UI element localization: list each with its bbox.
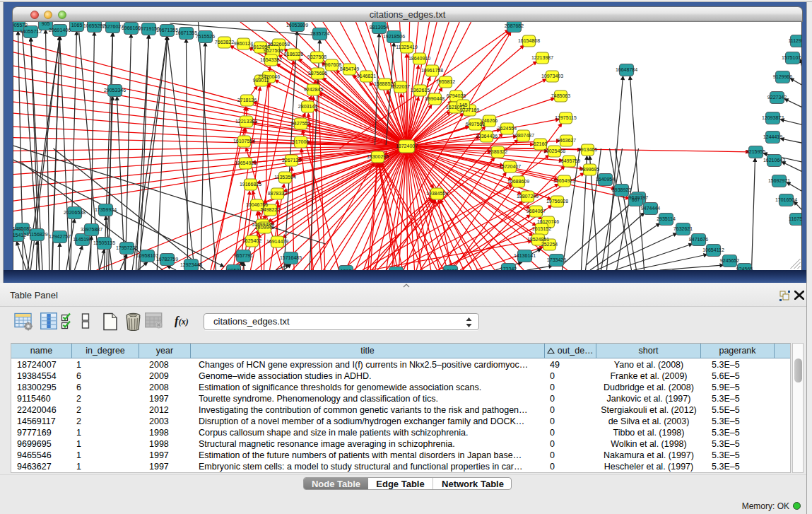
svg-text:19654923: 19654923 xyxy=(553,178,575,183)
svg-text:1292: 1292 xyxy=(341,269,352,270)
svg-text:16671355: 16671355 xyxy=(175,30,197,35)
svg-text:18640910: 18640910 xyxy=(408,56,430,61)
svg-text:12923448: 12923448 xyxy=(180,262,202,267)
svg-text:3267130: 3267130 xyxy=(282,158,301,163)
svg-text:9227342: 9227342 xyxy=(767,95,787,100)
svg-text:16914479: 16914479 xyxy=(266,239,288,244)
svg-text:8938923: 8938923 xyxy=(612,187,631,192)
svg-text:1615152: 1615152 xyxy=(532,226,551,231)
svg-text:1640954: 1640954 xyxy=(596,177,615,182)
svg-text:10961758: 10961758 xyxy=(421,68,443,73)
svg-text:1244419: 1244419 xyxy=(763,134,782,139)
svg-text:19756928: 19756928 xyxy=(546,199,568,204)
svg-text:10688609: 10688609 xyxy=(507,179,529,184)
svg-text:924565: 924565 xyxy=(736,267,753,270)
svg-text:1485081: 1485081 xyxy=(13,226,32,231)
svg-text:5498222: 5498222 xyxy=(261,207,280,212)
svg-text:917006: 917006 xyxy=(293,139,309,144)
svg-text:8427552: 8427552 xyxy=(291,121,310,126)
svg-text:989012: 989012 xyxy=(253,78,269,83)
svg-text:9913465: 9913465 xyxy=(578,147,597,152)
svg-text:62160: 62160 xyxy=(534,141,548,146)
svg-text:109581: 109581 xyxy=(225,268,242,270)
svg-text:12923: 12923 xyxy=(444,269,458,270)
svg-text:7663822: 7663822 xyxy=(215,40,234,45)
svg-text:16495759: 16495759 xyxy=(558,158,580,163)
svg-text:7625402: 7625402 xyxy=(242,238,261,243)
svg-text:9463627: 9463627 xyxy=(557,138,576,143)
svg-text:7835724: 7835724 xyxy=(310,31,329,36)
svg-text:16107554: 16107554 xyxy=(233,139,255,144)
svg-text:15692971: 15692971 xyxy=(768,178,790,183)
svg-text:15276027: 15276027 xyxy=(102,24,124,29)
svg-text:8471676: 8471676 xyxy=(689,237,708,242)
svg-text:252254: 252254 xyxy=(541,242,558,247)
svg-text:2409948: 2409948 xyxy=(255,225,274,230)
svg-text:2803144: 2803144 xyxy=(298,104,317,109)
svg-text:16543382: 16543382 xyxy=(260,57,282,62)
svg-text:18524851: 18524851 xyxy=(527,237,549,242)
svg-text:15716485: 15716485 xyxy=(280,255,302,260)
svg-text:18724007: 18724007 xyxy=(396,144,418,148)
svg-text:15751074: 15751074 xyxy=(782,55,802,60)
svg-text:16154808: 16154808 xyxy=(518,38,540,43)
svg-text:12975115: 12975115 xyxy=(555,115,577,120)
svg-text:17359924: 17359924 xyxy=(95,207,117,212)
svg-text:16120746: 16120746 xyxy=(537,219,559,224)
svg-text:9146821: 9146821 xyxy=(357,74,376,78)
svg-text:173342: 173342 xyxy=(500,267,517,270)
svg-text:19166825: 19166825 xyxy=(240,182,261,187)
svg-text:15720407: 15720407 xyxy=(499,164,521,169)
svg-text:1112954: 1112954 xyxy=(788,38,802,43)
svg-text:145: 145 xyxy=(459,103,468,107)
svg-text:12505135: 12505135 xyxy=(93,240,115,245)
svg-text:16053809: 16053809 xyxy=(286,23,308,28)
svg-text:9899695: 9899695 xyxy=(580,167,599,172)
svg-text:10046766: 10046766 xyxy=(246,202,268,207)
svg-text:20364436: 20364436 xyxy=(476,134,498,139)
svg-text:7955812: 7955812 xyxy=(436,79,455,84)
svg-text:10654112: 10654112 xyxy=(702,247,724,252)
svg-text:7485063: 7485063 xyxy=(551,93,570,98)
svg-text:10807487: 10807487 xyxy=(512,133,534,138)
svg-text:2967608: 2967608 xyxy=(322,62,341,67)
svg-text:8878332: 8878332 xyxy=(268,191,287,196)
svg-text:9527500: 9527500 xyxy=(264,48,283,53)
svg-text:17016504: 17016504 xyxy=(775,197,797,202)
svg-text:905: 905 xyxy=(42,22,50,26)
svg-text:12942757: 12942757 xyxy=(49,234,71,239)
svg-text:9129966: 9129966 xyxy=(773,74,792,79)
svg-text:8454749: 8454749 xyxy=(340,66,359,71)
svg-text:1362615: 1362615 xyxy=(411,88,430,93)
svg-text:3875685: 3875685 xyxy=(308,71,327,76)
svg-text:116753: 116753 xyxy=(789,216,802,221)
svg-text:20206538: 20206538 xyxy=(64,210,86,215)
svg-text:8813054: 8813054 xyxy=(370,25,389,30)
svg-text:19654925: 19654925 xyxy=(235,160,257,165)
svg-text:1065: 1065 xyxy=(71,23,83,28)
svg-text:9777169: 9777169 xyxy=(460,107,479,112)
svg-text:12213383: 12213383 xyxy=(235,119,257,124)
svg-text:11325419: 11325419 xyxy=(396,45,418,49)
svg-text:1733426: 1733426 xyxy=(547,257,566,262)
svg-text:11353594: 11353594 xyxy=(274,175,296,180)
svg-text:1905572: 1905572 xyxy=(13,23,28,28)
svg-text:3624554: 3624554 xyxy=(498,126,517,131)
svg-text:12093872: 12093872 xyxy=(762,115,784,120)
svg-text:19384554: 19384554 xyxy=(426,191,448,196)
svg-text:20691406: 20691406 xyxy=(49,28,71,33)
svg-text:9657791: 9657791 xyxy=(234,253,253,258)
svg-text:6794028: 6794028 xyxy=(447,93,466,98)
svg-text:12213987: 12213987 xyxy=(531,55,553,60)
svg-text:8186328: 8186328 xyxy=(284,52,303,57)
svg-text:7632621: 7632621 xyxy=(673,226,693,231)
svg-text:2935114: 2935114 xyxy=(657,216,676,221)
svg-text:9327508: 9327508 xyxy=(307,54,326,59)
svg-text:16210643: 16210643 xyxy=(763,158,785,163)
svg-text:10025458: 10025458 xyxy=(543,148,565,153)
svg-text:746266: 746266 xyxy=(481,118,498,123)
svg-text:7515526: 7515526 xyxy=(196,34,215,39)
svg-text:14055712: 14055712 xyxy=(20,29,42,34)
svg-text:10973493: 10973493 xyxy=(541,74,563,78)
svg-text:8990448: 8990448 xyxy=(425,96,445,101)
